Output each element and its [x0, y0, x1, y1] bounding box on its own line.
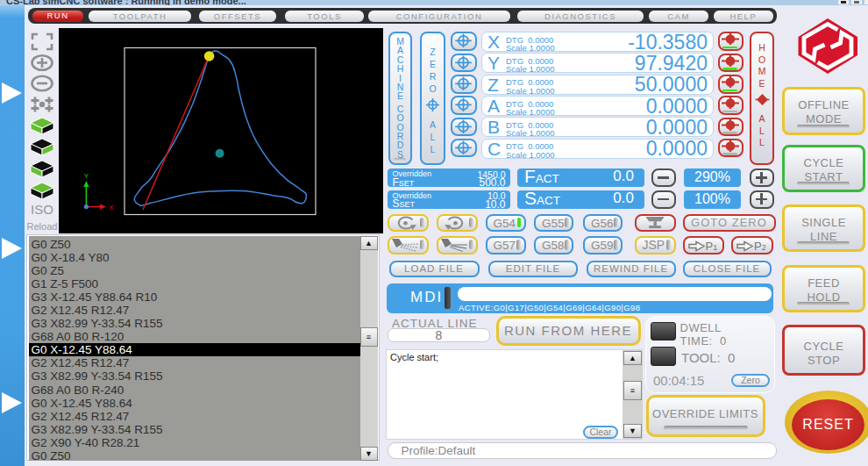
- svg-text:Reload: Reload: [27, 221, 58, 232]
- svg-text:X: X: [109, 204, 114, 211]
- svg-text:ISO: ISO: [31, 202, 53, 217]
- svg-text:Y: Y: [84, 172, 89, 180]
